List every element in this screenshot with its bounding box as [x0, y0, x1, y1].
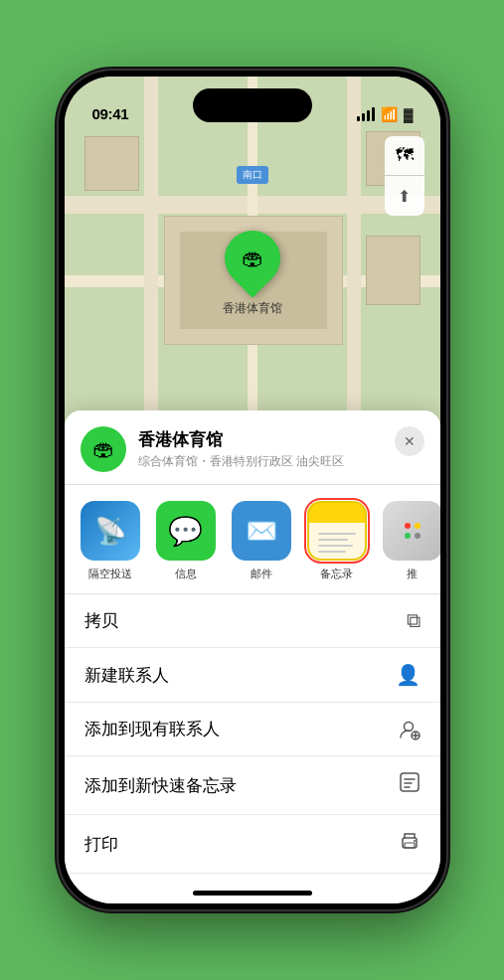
dot-gray: [415, 533, 420, 539]
phone-frame: 09:41 📶 ▓: [59, 71, 446, 909]
airdrop-icon: 📡: [81, 501, 140, 561]
location-header: 🏟 香港体育馆 综合体育馆・香港特别行政区 油尖旺区 ✕: [65, 410, 440, 485]
status-icons: 📶 ▓: [357, 106, 412, 122]
dynamic-island: [193, 88, 312, 122]
action-item-add-note[interactable]: 添加到新快速备忘录: [65, 756, 440, 815]
status-time: 09:41: [92, 105, 129, 122]
action-item-print[interactable]: 打印: [65, 815, 440, 874]
messages-label: 信息: [175, 567, 197, 581]
svg-point-10: [414, 840, 416, 842]
airdrop-label: 隔空投送: [88, 567, 132, 581]
location-icon: ⬆: [398, 187, 411, 206]
signal-bars-icon: [357, 107, 375, 121]
phone-screen: 09:41 📶 ▓: [65, 77, 440, 903]
share-app-notes[interactable]: 备忘录: [303, 501, 371, 581]
svg-rect-4: [401, 773, 419, 791]
home-indicator: [193, 891, 312, 896]
copy-icon: ⧉: [407, 609, 420, 632]
share-apps-row: 📡 隔空投送 💬 信息 ✉️ 邮件: [65, 485, 440, 594]
map-label-nankou: 南口: [237, 166, 268, 184]
action-new-contact-label: 新建联系人: [84, 664, 169, 687]
action-item-new-contact[interactable]: 新建联系人 👤: [65, 648, 440, 703]
location-info: 香港体育馆 综合体育馆・香港特别行政区 油尖旺区: [138, 428, 424, 470]
building-block-4: [366, 236, 420, 305]
action-item-add-existing[interactable]: 添加到现有联系人: [65, 703, 440, 756]
add-existing-icon: [399, 719, 420, 740]
notes-lines: [318, 533, 356, 553]
add-contact-svg: [399, 719, 420, 740]
action-add-note-label: 添加到新快速备忘录: [84, 774, 237, 797]
dot-yellow: [415, 523, 420, 529]
new-contact-icon: 👤: [396, 663, 420, 687]
mail-icon: ✉️: [232, 501, 291, 561]
dot-red: [405, 523, 411, 529]
dot-green: [405, 533, 411, 539]
print-svg: [399, 830, 420, 852]
bottom-sheet: 🏟 香港体育馆 综合体育馆・香港特别行政区 油尖旺区 ✕ 📡 隔空投送: [65, 410, 440, 903]
action-copy-label: 拷贝: [84, 609, 118, 632]
share-app-more[interactable]: 推: [379, 501, 440, 581]
building-block-2: [84, 136, 139, 191]
battery-icon: ▓: [404, 107, 412, 122]
map-pin-container: 🏟 香港体育馆: [223, 231, 282, 317]
map-pin-emoji: 🏟: [242, 245, 263, 271]
more-icon: [383, 501, 440, 561]
svg-point-0: [404, 722, 413, 731]
map-type-button[interactable]: 🗺: [385, 136, 424, 176]
action-print-label: 打印: [84, 833, 118, 856]
share-app-airdrop[interactable]: 📡 隔空投送: [77, 501, 144, 581]
mail-label: 邮件: [251, 567, 272, 581]
note-svg: [399, 771, 420, 793]
more-label: 推: [407, 567, 418, 581]
location-name: 香港体育馆: [138, 428, 424, 451]
action-item-copy[interactable]: 拷贝 ⧉: [65, 594, 440, 648]
location-venue-icon: 🏟: [81, 426, 126, 472]
map-pin: 🏟: [213, 219, 291, 297]
close-icon: ✕: [404, 433, 416, 449]
location-subtitle: 综合体育馆・香港特别行政区 油尖旺区: [138, 453, 424, 470]
messages-icon: 💬: [156, 501, 216, 561]
notes-label: 备忘录: [320, 567, 353, 581]
action-add-existing-label: 添加到现有联系人: [84, 718, 220, 740]
print-icon: [399, 830, 420, 858]
map-pin-label: 香港体育馆: [223, 300, 282, 317]
notes-icon: [307, 501, 367, 561]
add-note-icon: [399, 771, 420, 799]
share-app-mail[interactable]: ✉️ 邮件: [228, 501, 295, 581]
close-button[interactable]: ✕: [395, 426, 424, 456]
wifi-icon: 📶: [381, 106, 398, 122]
map-controls: 🗺 ⬆: [385, 136, 424, 216]
share-app-messages[interactable]: 💬 信息: [152, 501, 220, 581]
location-button[interactable]: ⬆: [385, 176, 424, 216]
map-type-icon: 🗺: [396, 145, 414, 166]
